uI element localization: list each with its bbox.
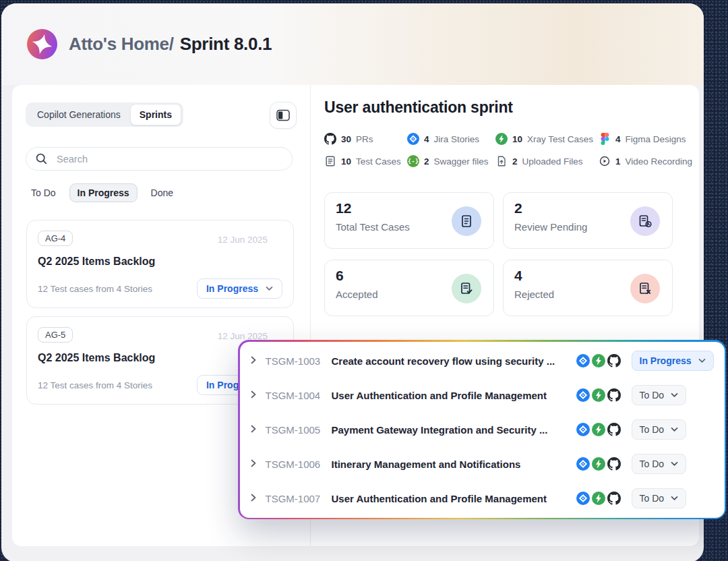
chevron-down-icon	[671, 427, 678, 432]
test-case-id: TSGM-1006	[266, 459, 332, 470]
summary-card-review-pending: 2 Review Pending	[503, 192, 673, 249]
stat-label: Test Cases	[356, 156, 401, 167]
status-label: To Do	[640, 390, 665, 401]
expand-chevron-right-icon[interactable]	[250, 459, 260, 469]
github-icon	[607, 492, 621, 505]
filter-todo[interactable]: To Do	[30, 183, 57, 202]
test-case-id: TSGM-1007	[266, 493, 332, 504]
sprint-subtitle: 12 Test cases from 4 Stories	[38, 284, 152, 294]
status-dropdown[interactable]: To Do	[632, 419, 687, 440]
sprint-status-dropdown[interactable]: In Progress	[197, 278, 282, 299]
screen: Atto's Home/Sprint 8.0.1 Copilot Generat…	[0, 0, 728, 561]
stat-test-cases: 10Test Cases	[324, 155, 401, 167]
expand-chevron-right-icon[interactable]	[250, 390, 260, 400]
status-label: To Do	[640, 424, 665, 435]
test-case-row[interactable]: TSGM-1005 Payment Gateway Integration an…	[240, 413, 725, 447]
github-icon	[607, 354, 621, 367]
status-label: In Progress	[640, 355, 692, 366]
test-case-title: Payment Gateway Integration and Security…	[332, 424, 570, 436]
status-label: To Do	[640, 459, 665, 469]
sprint-title: Q2 2025 Items Backlog	[38, 256, 282, 268]
test-case-id: TSGM-1004	[266, 390, 332, 401]
expand-chevron-right-icon[interactable]	[250, 356, 260, 365]
jira-icon	[576, 354, 590, 367]
stat-label: PRs	[356, 134, 373, 144]
expand-chevron-right-icon[interactable]	[250, 425, 260, 434]
sprint-status-label: In Progress	[206, 283, 258, 294]
sidebar-tabs: Copilot Generations Sprints	[26, 102, 183, 127]
stat-label: Jira Stories	[434, 134, 480, 144]
panel-toggle-icon	[276, 109, 290, 121]
integration-icons	[576, 354, 621, 367]
chevron-down-icon	[698, 358, 706, 363]
tab-sprints[interactable]: Sprints	[130, 104, 181, 125]
test-case-row[interactable]: TSGM-1006 Itinerary Management and Notif…	[240, 447, 725, 481]
test-case-row[interactable]: TSGM-1004 User Authentication and Profil…	[240, 378, 725, 413]
stat-count: 10	[512, 134, 522, 144]
test-cases-icon	[324, 155, 336, 167]
test-case-row[interactable]: TSGM-1007 User Authentication and Profil…	[240, 481, 725, 516]
stat-jira-stories: 4Jira Stories	[407, 133, 479, 145]
stat-video-recording: 1Video Recording	[599, 155, 692, 167]
chevron-down-icon	[671, 392, 678, 398]
integration-icons	[576, 492, 621, 505]
stat-swagger-files: 2Swagger files	[407, 155, 489, 167]
status-label: To Do	[640, 493, 665, 504]
test-cases-overlay: TSGM-1003 Create account recovery flow u…	[238, 340, 726, 519]
status-dropdown[interactable]: To Do	[632, 454, 687, 474]
status-dropdown[interactable]: To Do	[632, 385, 687, 405]
integration-icons	[576, 457, 621, 471]
sidebar-collapse-button[interactable]	[270, 102, 297, 129]
jira-icon	[407, 133, 419, 145]
stat-uploaded-files: 2Uploaded Files	[495, 155, 583, 167]
sprint-id-badge: AG-4	[38, 231, 73, 246]
chevron-down-icon	[671, 496, 678, 501]
stat-xray-test-cases: 10Xray Test Cases	[495, 133, 593, 145]
stat-count: 4	[615, 134, 621, 144]
search-bar	[26, 147, 293, 171]
status-dropdown[interactable]: To Do	[632, 488, 687, 508]
document-icon	[452, 206, 481, 236]
test-case-title: User Authentication and Profile Manageme…	[332, 390, 570, 401]
test-case-title: Itinerary Management and Notifications	[332, 459, 570, 470]
test-case-id: TSGM-1003	[266, 355, 332, 367]
expand-chevron-right-icon[interactable]	[250, 494, 260, 503]
stat-label: Xray Test Cases	[527, 134, 593, 144]
filter-in-progress[interactable]: In Progress	[69, 183, 138, 202]
xray-icon	[592, 457, 605, 471]
github-icon	[607, 457, 621, 471]
test-case-row[interactable]: TSGM-1003 Create account recovery flow u…	[240, 344, 725, 378]
page-title: Atto's Home/Sprint 8.0.1	[69, 34, 272, 55]
xray-icon	[495, 133, 508, 145]
stat-count: 2	[512, 156, 518, 167]
uploaded-files-icon	[495, 155, 508, 167]
test-case-id: TSGM-1005	[266, 424, 332, 436]
jira-icon	[576, 388, 590, 402]
chevron-down-icon	[266, 286, 273, 291]
sprint-date: 12 Jun 2025	[218, 235, 268, 245]
test-case-title: User Authentication and Profile Manageme…	[332, 493, 570, 504]
xray-icon	[592, 492, 605, 505]
integration-icons	[576, 388, 621, 402]
filter-done[interactable]: Done	[150, 183, 174, 202]
sprint-id-badge: AG-5	[38, 327, 73, 343]
summary-card-rejected: 4 Rejected	[503, 260, 673, 316]
summary-card-total-test-cases: 12 Total Test Cases	[324, 192, 494, 249]
tab-copilot-generations[interactable]: Copilot Generations	[28, 104, 130, 125]
stat-figma-designs: 4Figma Designs	[599, 133, 686, 145]
video-recording-icon	[599, 155, 611, 167]
stat-label: Swagger files	[434, 156, 489, 167]
document-x-icon	[630, 274, 660, 303]
chevron-down-icon	[671, 461, 678, 467]
xray-icon	[592, 423, 605, 436]
search-input[interactable]	[55, 153, 283, 165]
stat-count: 10	[341, 156, 351, 167]
test-cases-table: TSGM-1003 Create account recovery flow u…	[240, 342, 725, 518]
github-icon	[324, 133, 336, 145]
app-logo-sparkle-icon	[27, 29, 57, 59]
breadcrumb-home: Atto's Home/	[69, 34, 174, 54]
sprint-card-ag4[interactable]: AG-4 12 Jun 2025 Q2 2025 Items Backlog 1…	[26, 220, 294, 308]
stat-count: 2	[424, 156, 429, 167]
status-dropdown[interactable]: In Progress	[632, 351, 714, 371]
integration-icons	[576, 423, 621, 436]
